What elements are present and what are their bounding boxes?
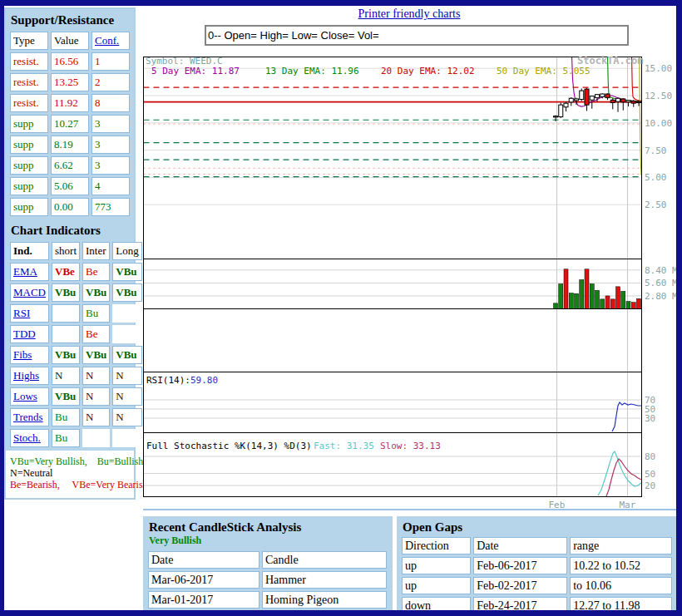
candle-body: [585, 89, 589, 105]
candle-body: [626, 101, 630, 102]
table-row: resist.13.252: [10, 73, 130, 91]
price-axis-label: 5.00: [645, 172, 667, 183]
og-date-cell: Feb-02-2017: [473, 577, 567, 594]
volume-bar: [564, 269, 568, 309]
stoch-slow-caption: Slow: 33.13: [380, 441, 441, 451]
sr-value-cell: 5.06: [51, 177, 89, 195]
indicator-value-cell: VBu: [52, 346, 80, 364]
table-row: upFeb-06-201710.22 to 10.52: [402, 557, 672, 574]
sr-type-cell: supp: [10, 177, 48, 195]
indicator-name-cell-link[interactable]: TDD: [13, 328, 36, 340]
indicator-name-cell[interactable]: Trends: [10, 408, 49, 426]
indicator-name-cell-link[interactable]: MACD: [13, 286, 46, 298]
legend-line: N=Neutral: [10, 467, 131, 479]
candle-body: [631, 101, 635, 104]
table-header-row: TypeValueConf.: [10, 32, 130, 50]
sr-conf-cell: 1: [91, 52, 130, 71]
sr-conf-cell: 2: [91, 73, 130, 91]
ind-header-long: Long: [112, 242, 141, 260]
indicator-empty-cell: [112, 304, 141, 323]
indicator-name-cell[interactable]: EMA: [10, 263, 49, 281]
price-axis-label: 12.50: [645, 91, 672, 101]
legend-line: VBu=Very Bullish, Bu=Bullish: [10, 456, 131, 467]
sr-value-cell: 10.27: [51, 115, 89, 133]
sr-header-conf[interactable]: Conf.: [91, 32, 130, 50]
table-row: resist.11.928: [10, 94, 130, 112]
volume-bar: [621, 291, 625, 308]
candle-body: [580, 91, 584, 99]
indicator-value-cell: N: [82, 408, 110, 426]
ind-header-short: short: [52, 242, 80, 260]
section-divider: [143, 509, 676, 510]
indicator-name-cell-link[interactable]: RSI: [13, 307, 30, 319]
sr-value-cell: 8.19: [51, 136, 89, 154]
table-row: TrendsBuNN: [10, 408, 142, 426]
indicator-value-cell: [52, 325, 80, 343]
chart-indicators-panel: Chart Indicators Ind.shortInterLongEMAVB…: [6, 219, 134, 451]
cs-header-candle: Candle: [262, 551, 387, 569]
printer-friendly-link[interactable]: Printer friendly charts: [358, 7, 461, 20]
chart-indicators-table: Ind.shortInterLongEMAVBeBeVBuMACDVBuVBuV…: [7, 239, 145, 450]
indicator-name-cell-link[interactable]: Stoch.: [13, 431, 41, 444]
table-row: resist.16.561: [10, 52, 130, 71]
volume-bar: [559, 284, 563, 309]
candlestick-analysis-panel: Recent CandleStick Analysis Very Bullish…: [143, 516, 393, 616]
ind-header-inter: Inter: [82, 242, 110, 260]
indicator-value-cell: Be: [82, 325, 110, 343]
indicator-name-cell[interactable]: MACD: [10, 283, 49, 302]
cs-date-cell: Mar-01-2017: [148, 591, 259, 609]
page-frame-top: [0, 0, 682, 6]
indicator-value-cell: VBu: [112, 346, 141, 364]
indicator-value-cell: Be: [82, 263, 110, 281]
indicator-value-cell: Bu: [82, 304, 110, 323]
table-row: LowsVBuNN: [10, 387, 142, 406]
candlestick-analysis-rating: Very Bullish: [146, 535, 390, 549]
indicator-name-cell[interactable]: Fibs: [10, 346, 49, 364]
watermark: StockTA.com: [577, 55, 643, 67]
sr-type-cell: resist.: [10, 52, 48, 71]
sr-value-cell: 11.92: [51, 94, 89, 112]
table-header-row: DirectionDaterange: [402, 537, 672, 554]
page-frame-left: [0, 0, 4, 616]
og-header-range: range: [570, 537, 672, 554]
indicator-value-cell: VBu: [52, 387, 80, 406]
table-row: FibsVBuVBuVBu: [10, 346, 142, 364]
rsi-axis-label: 30: [645, 413, 655, 424]
cs-date-cell: Mar-06-2017: [148, 571, 259, 589]
sr-header-conf-link[interactable]: Conf.: [95, 34, 119, 47]
sr-value-cell: 0.00: [51, 198, 89, 216]
ema-label: 5 Day EMA: 11.87: [151, 66, 240, 76]
volume-bar: [585, 269, 589, 309]
volume-bar: [626, 302, 630, 309]
price-axis-label: 2.50: [645, 200, 667, 210]
ohlc-readout-input[interactable]: [205, 25, 629, 46]
indicator-name-cell[interactable]: RSI: [10, 304, 49, 323]
ind-header-ind: Ind.: [10, 242, 49, 260]
indicator-name-cell-link[interactable]: Trends: [13, 411, 43, 423]
indicator-name-cell-link[interactable]: EMA: [13, 265, 37, 278]
rsi-caption: RSI(14):59.80: [146, 375, 218, 386]
cs-candle-cell: Hammer: [262, 571, 387, 589]
og-range-cell: to 10.06: [570, 577, 672, 594]
indicator-name-cell[interactable]: Highs: [10, 367, 49, 385]
page-frame-right: [676, 0, 682, 616]
legend-line: Be=Bearish, VBe=Very Bearish: [10, 479, 131, 490]
indicator-name-cell-link[interactable]: Lows: [13, 390, 37, 402]
stockta-page: Support/Resistance TypeValueConf.resist.…: [0, 0, 682, 616]
indicator-name-cell[interactable]: Stoch.: [10, 429, 49, 447]
ema-label: 13 Day EMA: 11.96: [265, 66, 359, 76]
table-row: Mar-01-2017Homing Pigeon: [148, 591, 387, 609]
indicator-legend: VBu=Very Bullish, Bu=BullishN=NeutralBe=…: [6, 451, 134, 490]
indicator-name-cell[interactable]: Lows: [10, 387, 49, 406]
table-row: MACDVBuVBuVBu: [10, 283, 142, 302]
stock-chart: 15.0012.5010.007.505.002.508.40 M5.60 M2…: [143, 50, 676, 510]
indicator-name-cell-link[interactable]: Highs: [13, 369, 39, 382]
og-range-cell: 10.22 to 10.52: [570, 557, 672, 574]
stoch-caption: Full Stochastic %K(14,3) %D(3): [146, 441, 312, 451]
indicator-name-cell-link[interactable]: Fibs: [13, 348, 32, 361]
open-gaps-title: Open Gaps: [399, 519, 675, 535]
support-resistance-table: TypeValueConf.resist.16.561resist.13.252…: [7, 29, 132, 219]
candle-body: [564, 103, 568, 107]
indicator-name-cell[interactable]: TDD: [10, 325, 49, 343]
stoch-axis-label: 20: [645, 480, 655, 491]
